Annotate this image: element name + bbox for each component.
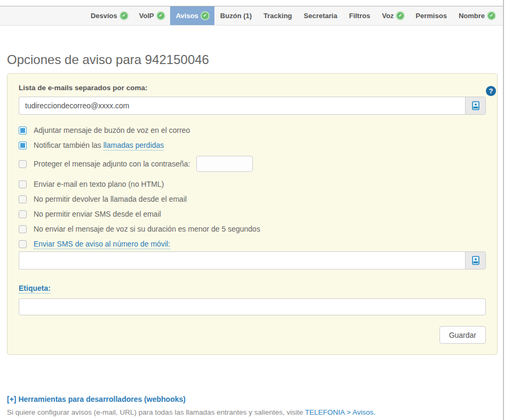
tab-permisos[interactable]: Permisos ✔ <box>410 6 453 25</box>
attach-label: Adjuntar mensaje de buzón de voz en el c… <box>34 126 190 134</box>
contacts-addon-button-sms[interactable] <box>465 251 486 270</box>
password-checkbox[interactable] <box>19 160 27 168</box>
tab-nombre[interactable]: Nombre ✔ <box>453 6 501 25</box>
option-row-plain-text: Enviar e-mail en texto plano (no HTML) <box>19 180 486 188</box>
option-row-no-callback: No permitir devolver la llamada desde el… <box>19 195 486 203</box>
sms-notify-checkbox[interactable] <box>19 240 27 248</box>
plain-text-label: Enviar e-mail en texto plano (no HTML) <box>34 180 164 188</box>
tab-voz[interactable]: Voz ✔ <box>376 6 410 25</box>
etiqueta-link-label[interactable]: Etiqueta: <box>19 284 51 294</box>
contact-book-icon <box>471 256 481 265</box>
contacts-addon-button[interactable] <box>465 97 486 115</box>
sms-notify-link[interactable]: Enviar SMS de aviso al número de móvil: <box>34 240 170 249</box>
missed-calls-checkbox[interactable] <box>19 141 27 149</box>
aviso-options-panel: Lista de e-mails separados por coma: <box>7 73 498 355</box>
save-button[interactable]: Guardar <box>439 326 486 344</box>
top-spacer <box>0 0 503 6</box>
check-icon: ✔ <box>397 12 404 19</box>
check-icon: ✔ <box>121 12 127 19</box>
tab-desvios[interactable]: Desvíos ✔ <box>85 6 133 25</box>
check-icon: ✔ <box>202 12 209 19</box>
tab-label: VoIP <box>139 12 154 20</box>
no-sms-label: No permitir enviar SMS desde el email <box>34 210 161 218</box>
option-row-min-duration: No enviar el mensaje de voz si su duraci… <box>19 225 486 233</box>
tab-label: Permisos <box>415 12 447 20</box>
telefonia-avisos-link[interactable]: TELEFONIA > Avisos. <box>305 408 375 416</box>
email-list-label: Lista de e-mails separados por coma: <box>19 84 486 92</box>
page-title: Opciones de aviso para 942150046 <box>7 52 496 67</box>
tab-label: Desvíos <box>91 12 117 20</box>
content-area: ? Opciones de aviso para 942150046 Lista… <box>0 52 503 416</box>
missed-calls-link[interactable]: llamadas perdidas <box>103 141 164 150</box>
tab-buzon[interactable]: Buzón (1) ✔ <box>214 6 258 25</box>
tab-label: Nombre <box>459 12 485 20</box>
tab-voip[interactable]: VoIP ✔ <box>133 6 170 25</box>
tab-bar: Desvíos ✔ VoIP ✔ Avisos ✔ Buzón (1) ✔ Tr… <box>0 6 503 26</box>
email-list-input[interactable] <box>19 97 465 115</box>
missed-calls-label: Notificar también las llamadas perdidas <box>34 141 164 149</box>
option-row-no-sms: No permitir enviar SMS desde el email <box>19 210 486 218</box>
tab-tracking[interactable]: Tracking ✔ <box>258 6 298 25</box>
page: Desvíos ✔ VoIP ✔ Avisos ✔ Buzón (1) ✔ Tr… <box>0 0 512 420</box>
tab-label: Buzón (1) <box>220 12 252 20</box>
footer-info-text: Si quiere configurar avisos (e-mail, URL… <box>7 408 496 416</box>
check-icon: ✔ <box>488 12 495 19</box>
options-checkbox-list: Adjuntar mensaje de buzón de voz en el c… <box>19 126 486 248</box>
tab-label: Secretaria <box>304 12 338 20</box>
option-row-sms-notify: Enviar SMS de aviso al número de móvil: <box>19 240 486 248</box>
no-callback-checkbox[interactable] <box>19 195 27 203</box>
sms-number-input[interactable] <box>19 251 465 270</box>
tab-label: Tracking <box>263 12 292 20</box>
option-row-missed-calls: Notificar también las llamadas perdidas <box>19 141 486 149</box>
tab-label: Voz <box>382 12 394 20</box>
attach-checkbox[interactable] <box>19 126 27 134</box>
tab-label: Avisos <box>176 12 198 20</box>
etiqueta-input[interactable] <box>19 298 486 315</box>
min-duration-label: No enviar el mensaje de voz si su duraci… <box>34 225 260 233</box>
tab-secretaria[interactable]: Secretaria ✔ <box>298 6 343 25</box>
no-callback-label: No permitir devolver la llamada desde el… <box>34 195 187 203</box>
sms-input-group <box>19 251 486 270</box>
tab-label: Filtros <box>349 12 370 20</box>
no-sms-checkbox[interactable] <box>19 210 27 218</box>
sms-notify-label: Enviar SMS de aviso al número de móvil: <box>34 240 170 248</box>
footer: [+] Herramientas para desarrolladores (w… <box>7 394 496 416</box>
webhooks-link[interactable]: [+] Herramientas para desarrolladores (w… <box>7 395 186 403</box>
main-container: Desvíos ✔ VoIP ✔ Avisos ✔ Buzón (1) ✔ Tr… <box>0 0 504 420</box>
option-row-attach: Adjuntar mensaje de buzón de voz en el c… <box>19 126 486 134</box>
tab-filtros[interactable]: Filtros ✔ <box>343 6 376 25</box>
option-row-password: Proteger el mensaje adjunto con la contr… <box>19 156 486 172</box>
plain-text-checkbox[interactable] <box>19 180 27 188</box>
contact-book-icon <box>471 101 481 110</box>
tab-avisos[interactable]: Avisos ✔ <box>170 6 214 25</box>
missed-calls-text: Notificar también las <box>34 141 103 149</box>
min-duration-checkbox[interactable] <box>19 225 27 233</box>
email-input-group <box>19 97 486 115</box>
footer-info-prefix: Si quiere configurar avisos (e-mail, URL… <box>7 408 305 416</box>
save-row: Guardar <box>19 326 486 344</box>
check-icon: ✔ <box>157 12 164 19</box>
password-input[interactable] <box>196 156 253 172</box>
help-icon[interactable]: ? <box>486 86 496 96</box>
password-label: Proteger el mensaje adjunto con la contr… <box>34 160 190 168</box>
